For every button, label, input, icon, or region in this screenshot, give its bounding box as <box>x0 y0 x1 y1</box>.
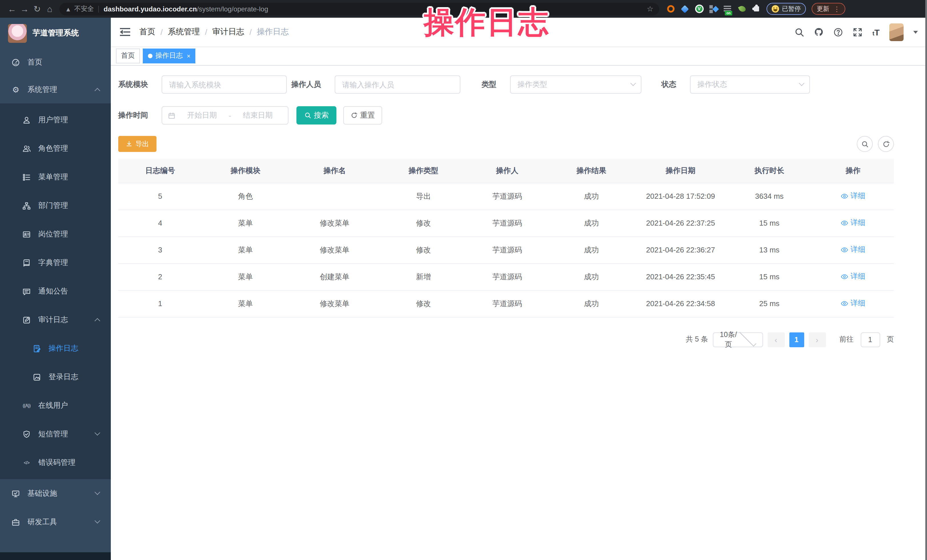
date-range-picker[interactable]: 开始日期 - 结束日期 <box>162 106 289 124</box>
extensions-row: V on <box>666 4 761 14</box>
sidebar-collapse-bar[interactable] <box>0 552 111 560</box>
status-select[interactable]: 操作状态 <box>690 75 810 94</box>
app-logo-row[interactable]: 芋道管理系统 <box>0 18 111 49</box>
breadcrumb-audit[interactable]: 审计日志 <box>213 27 245 37</box>
cell-result: 成功 <box>548 237 635 263</box>
page-content: 系统模块 操作人员 类型 操作类型 状态 操作状态 <box>111 66 927 560</box>
reset-button[interactable]: 重置 <box>343 106 382 124</box>
tab-home[interactable]: 首页 <box>116 48 140 63</box>
github-icon[interactable] <box>814 27 824 37</box>
detail-link[interactable]: 详细 <box>841 298 865 309</box>
next-page-button[interactable]: › <box>808 332 826 347</box>
update-button[interactable]: 更新 ⋮ <box>812 3 845 15</box>
sidebar-item-login-log[interactable]: 登录日志 <box>0 363 111 391</box>
extension-switch-icon[interactable]: on <box>723 4 732 14</box>
table-row: 5 角色 导出 芋道源码 成功 2021-04-28 17:52:09 3634… <box>118 183 894 209</box>
sidebar-item-dictionary[interactable]: 字典管理 <box>0 249 111 277</box>
profile-paused-chip[interactable]: 已暂停 <box>766 3 806 15</box>
sidebar-item-label: 错误码管理 <box>38 457 75 468</box>
sidebar-item-audit-log[interactable]: 审计日志 <box>0 305 111 334</box>
browser-window: ← → ↻ ⌂ ▲ 不安全 dashboard.yudao.iocoder.cn… <box>0 0 927 560</box>
extension-drop-icon[interactable] <box>680 4 689 14</box>
operator-input[interactable] <box>335 75 460 94</box>
goto-page-input[interactable] <box>860 332 880 347</box>
sidebar-item-label: 通知公告 <box>38 286 68 296</box>
fullscreen-icon[interactable] <box>853 27 863 37</box>
back-button[interactable]: ← <box>6 5 18 13</box>
page-number-1[interactable]: 1 <box>789 332 804 347</box>
col-op-type: 操作类型 <box>380 159 467 183</box>
export-button[interactable]: 导出 <box>118 136 157 152</box>
collapse-sidebar-icon[interactable] <box>120 28 130 36</box>
help-icon[interactable] <box>834 27 843 37</box>
bookmark-star-icon[interactable]: ☆ <box>647 5 653 13</box>
cell-module: 菜单 <box>202 290 289 317</box>
cell-date: 2021-04-26 22:35:45 <box>635 263 726 290</box>
table-header-row: 日志编号 操作模块 操作名 操作类型 操作人 操作结果 操作日期 执行时长 操作 <box>118 159 894 183</box>
sidebar-item-label: 操作日志 <box>49 343 78 354</box>
status-label: 状态 <box>661 79 676 90</box>
address-bar[interactable]: ▲ 不安全 dashboard.yudao.iocoder.cn /system… <box>59 3 659 15</box>
sidebar-item-system[interactable]: ⚙ 系统管理 <box>0 76 111 103</box>
eye-icon <box>841 219 848 227</box>
tab-label: 操作日志 <box>155 51 183 61</box>
sidebar-item-dev-tools[interactable]: 研发工具 <box>0 508 111 536</box>
search-icon[interactable] <box>795 27 804 37</box>
goto-label: 前往 <box>839 335 854 344</box>
toggle-search-button[interactable] <box>857 136 873 152</box>
detail-link[interactable]: 详细 <box>841 245 865 255</box>
prev-page-button[interactable]: ‹ <box>767 332 784 347</box>
extension-blocks-icon[interactable] <box>709 4 718 14</box>
breadcrumb-current: 操作日志 <box>257 27 289 37</box>
reload-button[interactable]: ↻ <box>31 5 43 13</box>
tab-operate-log[interactable]: 操作日志 × <box>143 48 196 63</box>
dept-icon <box>22 201 31 210</box>
sidebar-item-infrastructure[interactable]: 基础设施 <box>0 479 111 508</box>
sidebar-item-menus[interactable]: 菜单管理 <box>0 163 111 191</box>
sidebar-item-roles[interactable]: 角色管理 <box>0 134 111 163</box>
tab-close-icon[interactable]: × <box>187 52 190 59</box>
detail-link[interactable]: 详细 <box>841 272 865 282</box>
sidebar-item-online-users[interactable]: ((A)) 在线用户 <box>0 391 111 420</box>
refresh-table-button[interactable] <box>878 136 894 152</box>
user-avatar[interactable] <box>889 23 904 41</box>
cell-operator: 芋道源码 <box>467 290 548 317</box>
extension-ring-icon[interactable] <box>666 4 675 14</box>
chevron-down-icon <box>94 518 100 523</box>
type-label: 类型 <box>482 79 496 90</box>
menu-icon <box>22 173 31 181</box>
detail-link[interactable]: 详细 <box>841 218 865 228</box>
sidebar-item-users[interactable]: 用户管理 <box>0 106 111 134</box>
cell-duration: 15 ms <box>726 209 812 237</box>
module-input[interactable] <box>162 75 287 94</box>
sidebar-item-home[interactable]: 首页 <box>0 49 111 76</box>
extension-leaf-icon[interactable] <box>737 4 746 14</box>
pagination-total: 共 5 条 <box>686 335 708 344</box>
sidebar-item-departments[interactable]: 部门管理 <box>0 191 111 220</box>
sidebar-item-sms[interactable]: 短信管理 <box>0 420 111 448</box>
detail-link[interactable]: 详细 <box>841 191 865 201</box>
extension-v-icon[interactable]: V <box>694 4 704 14</box>
browser-menu-icon[interactable]: ⋮ <box>833 5 840 12</box>
avatar-caret-icon[interactable] <box>913 30 918 33</box>
page-size-select[interactable]: 10条/页 <box>713 332 763 347</box>
sidebar-item-notices[interactable]: 通知公告 <box>0 277 111 305</box>
search-button[interactable]: 搜索 <box>296 106 336 124</box>
breadcrumb-system[interactable]: 系统管理 <box>168 27 200 37</box>
online-user-icon: ((A)) <box>22 401 31 410</box>
sidebar-item-operate-log[interactable]: 操作日志 <box>0 334 111 363</box>
table-toolbar: 导出 <box>118 136 894 152</box>
breadcrumb-home[interactable]: 首页 <box>139 27 155 37</box>
extensions-puzzle-icon[interactable] <box>752 4 761 14</box>
forward-button[interactable]: → <box>18 5 31 13</box>
font-size-icon[interactable]: tT <box>872 27 880 37</box>
type-select[interactable]: 操作类型 <box>510 75 641 94</box>
pagination: 共 5 条 10条/页 ‹ 1 › 前往 页 <box>118 332 894 347</box>
dict-icon <box>22 258 31 267</box>
sidebar-item-posts[interactable]: 岗位管理 <box>0 220 111 249</box>
extension-on-badge: on <box>725 11 732 15</box>
sidebar-item-error-codes[interactable]: </> 错误码管理 <box>0 448 111 477</box>
active-tab-dot <box>148 53 152 58</box>
sidebar-item-label: 短信管理 <box>38 429 68 439</box>
home-button[interactable]: ⌂ <box>43 5 56 13</box>
